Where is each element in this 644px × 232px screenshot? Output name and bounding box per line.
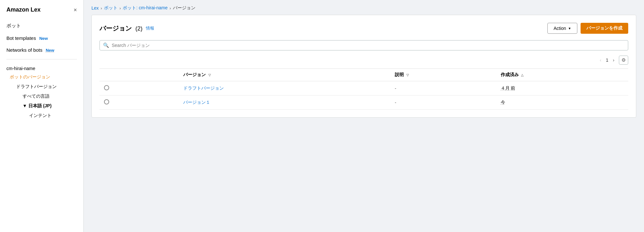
action-button-label: Action [554, 26, 566, 31]
sidebar-item-bots-label: ボット [6, 23, 21, 28]
row1-version-cell[interactable]: ドラフトバージョン [179, 81, 390, 95]
sidebar-item-all-languages[interactable]: すべての言語 [0, 92, 83, 101]
sidebar-item-bot-versions-label: ボットのバージョン [10, 74, 50, 79]
version-sort-icon[interactable]: ▽ [208, 73, 211, 77]
table-settings-button[interactable]: ⚙ [619, 56, 628, 65]
created-sort-icon[interactable]: △ [521, 73, 524, 77]
row1-radio-cell [99, 81, 179, 95]
table-header-row: バージョン ▽ 説明 ▽ 作成済み △ [99, 69, 628, 81]
sidebar-item-draft-version[interactable]: ドラフトバージョン [0, 82, 83, 92]
breadcrumb-sep-1: › [101, 6, 102, 11]
action-button[interactable]: Action ▼ [547, 23, 577, 34]
breadcrumb-sep-3: › [170, 6, 171, 11]
col-header-created: 作成済み △ [496, 69, 629, 81]
main-content: Lex › ボット › ボット: cm-hirai-name › バージョン バ… [84, 0, 644, 232]
data-table: バージョン ▽ 説明 ▽ 作成済み △ [99, 68, 628, 110]
panel-actions: Action ▼ バージョンを作成 [547, 23, 628, 34]
col-header-version: バージョン ▽ [179, 69, 390, 81]
search-icon: 🔍 [103, 42, 109, 48]
breadcrumb-lex[interactable]: Lex [91, 5, 99, 11]
breadcrumb-sep-2: › [119, 6, 121, 11]
bot-templates-new-badge: New [39, 36, 48, 41]
sidebar-item-intents[interactable]: インテント [0, 111, 83, 120]
sidebar-section-label: cm-hirai-name [0, 63, 83, 72]
next-page-button[interactable]: › [611, 57, 616, 63]
panel-title-text: バージョン [99, 25, 132, 32]
sidebar-nav: ボット Bot templates New Networks of bots N… [0, 20, 83, 120]
sidebar-item-bot-templates-label: Bot templates [6, 35, 36, 41]
panel-title-area: バージョン (2) 情報 [99, 24, 154, 33]
row2-created-cell: 今 [496, 95, 629, 110]
table-row: ドラフトバージョン - ４月 前 [99, 81, 628, 95]
sidebar-item-bot-versions[interactable]: ボットのバージョン [0, 72, 83, 82]
sidebar-item-all-languages-label: すべての言語 [23, 94, 50, 99]
panel-title: バージョン (2) [99, 24, 143, 33]
sidebar: Amazon Lex × ボット Bot templates New Netwo… [0, 0, 84, 232]
action-dropdown-icon: ▼ [568, 27, 571, 30]
col-header-radio [99, 69, 179, 81]
search-input[interactable] [112, 43, 625, 48]
col-header-version-label: バージョン [183, 72, 206, 77]
pagination-row: ‹ 1 › ⚙ [99, 56, 628, 65]
col-header-created-label: 作成済み [501, 72, 519, 77]
row2-radio-button[interactable] [104, 99, 109, 104]
row2-radio-cell [99, 95, 179, 110]
sidebar-title: Amazon Lex [6, 6, 41, 13]
sidebar-item-japanese-label: ▼ 日本語 (JP) [23, 103, 52, 108]
breadcrumb-current: バージョン [173, 5, 195, 11]
close-button[interactable]: × [73, 7, 77, 13]
sidebar-item-bot-templates[interactable]: Bot templates New [0, 32, 83, 44]
col-header-desc-label: 説明 [395, 72, 404, 77]
row1-created-value: ４月 前 [501, 85, 516, 91]
create-version-button[interactable]: バージョンを作成 [581, 23, 628, 34]
info-link[interactable]: 情報 [146, 25, 154, 31]
table-row: バージョン１ - 今 [99, 95, 628, 110]
row1-radio-button[interactable] [104, 85, 109, 90]
prev-page-button[interactable]: ‹ [598, 57, 603, 63]
row1-created-cell: ４月 前 [496, 81, 629, 95]
col-header-desc: 説明 ▽ [390, 69, 496, 81]
sidebar-item-networks-label: Networks of bots [6, 47, 43, 53]
row2-desc-cell: - [390, 95, 496, 110]
row2-version-cell[interactable]: バージョン１ [179, 95, 390, 110]
sidebar-item-networks[interactable]: Networks of bots New [0, 44, 83, 56]
row1-desc-cell: - [390, 81, 496, 95]
sidebar-divider [6, 59, 77, 59]
sidebar-item-intents-label: インテント [29, 113, 52, 118]
row2-created-value: 今 [501, 100, 505, 105]
search-bar: 🔍 [99, 40, 628, 50]
breadcrumb-bot-name[interactable]: ボット: cm-hirai-name [123, 5, 167, 11]
panel-count: (2) [136, 25, 143, 32]
sidebar-item-draft-label: ドラフトバージョン [16, 84, 57, 89]
sidebar-item-japanese[interactable]: ▼ 日本語 (JP) [0, 101, 83, 111]
networks-new-badge: New [46, 48, 54, 53]
sidebar-header: Amazon Lex × [0, 6, 83, 20]
page-number: 1 [606, 58, 609, 63]
desc-sort-icon[interactable]: ▽ [406, 73, 409, 77]
content-panel: バージョン (2) 情報 Action ▼ バージョンを作成 🔍 ‹ 1 › [91, 15, 636, 118]
breadcrumb-bots[interactable]: ボット [104, 5, 118, 11]
breadcrumb: Lex › ボット › ボット: cm-hirai-name › バージョン [84, 0, 644, 15]
sidebar-item-bots[interactable]: ボット [0, 20, 83, 32]
panel-header: バージョン (2) 情報 Action ▼ バージョンを作成 [99, 23, 628, 34]
